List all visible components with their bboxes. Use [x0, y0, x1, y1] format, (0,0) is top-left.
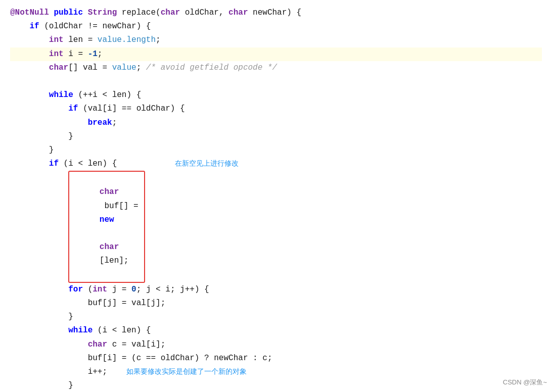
- code-line-15: buf[j] = val[j];: [10, 297, 542, 310]
- num-0: 0: [131, 283, 136, 297]
- annotation-notnull: @NotNull: [10, 6, 49, 20]
- kw-if1: if: [29, 20, 39, 33]
- annotation-new-space: 在新空见上进行修改: [175, 158, 239, 170]
- comment-getfield: /* avoid getfield opcode */: [146, 61, 277, 75]
- type-int-for: int: [93, 283, 107, 297]
- type-char-c: char: [88, 338, 107, 352]
- type-char2: char: [228, 6, 248, 20]
- type-int1: int: [49, 33, 64, 47]
- code-line-14: for ( int j = 0 ; j < i; j++) {: [10, 283, 542, 297]
- code-line-20: i++; 如果要修改实际是创建了一个新的对象: [10, 365, 542, 379]
- kw-if2: if: [68, 102, 78, 116]
- boxed-charbuf: char buf[] = new char [len];: [68, 171, 145, 283]
- kw-while1: while: [49, 88, 73, 102]
- kw-public: public: [54, 6, 83, 20]
- code-line-3: int len = value.length ;: [10, 33, 542, 47]
- code-line-10: }: [10, 130, 542, 143]
- kw-new1: new: [100, 215, 114, 224]
- type-string: String: [88, 6, 117, 20]
- value-ref: value: [112, 61, 136, 75]
- type-char1: char: [161, 6, 180, 20]
- code-line-12: if (i < len) { 在新空见上进行修改: [10, 157, 542, 171]
- code-line-21: }: [10, 379, 542, 392]
- code-line-empty1: [10, 75, 542, 88]
- code-line-17: while (i < len) {: [10, 324, 542, 337]
- code-line-8: if (val[i] == oldChar) {: [10, 102, 542, 116]
- watermark: CSDN @深鱼~: [503, 377, 547, 388]
- code-line-5: char [] val = value ; /* avoid getfield …: [10, 61, 542, 75]
- code-line-2: if (oldChar != newChar) {: [10, 20, 542, 33]
- annotation-new-object: 如果要修改实际是创建了一个新的对象: [126, 366, 247, 378]
- kw-for: for: [68, 283, 83, 297]
- code-line-16: }: [10, 310, 542, 324]
- code-container: @NotNull public String replace( char old…: [0, 0, 552, 392]
- value-length: value.length: [98, 33, 156, 47]
- type-char-new: char: [100, 242, 119, 252]
- code-line-7: while (++i < len) {: [10, 88, 542, 102]
- num-neg1: -1: [88, 47, 98, 61]
- code-line-18: char c = val[i];: [10, 338, 542, 352]
- code-line-4: int i = -1 ;: [10, 47, 542, 61]
- code-line-9: break ;: [10, 116, 542, 130]
- code-line-11: }: [10, 143, 542, 157]
- kw-if3: if: [49, 157, 59, 171]
- type-char-buf: char: [100, 187, 119, 197]
- type-char-arr: char: [49, 61, 68, 75]
- kw-break: break: [88, 116, 112, 130]
- code-line-13: char buf[] = new char [len];: [10, 171, 542, 283]
- kw-while2: while: [68, 324, 93, 337]
- code-line-1: @NotNull public String replace( char old…: [10, 6, 542, 20]
- type-int2: int: [49, 47, 64, 61]
- code-line-19: buf[i] = (c == oldChar) ? newChar : c;: [10, 352, 542, 365]
